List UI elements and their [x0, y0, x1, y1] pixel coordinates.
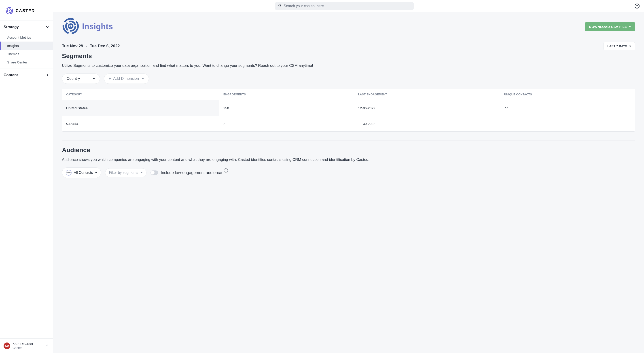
sidebar-section-strategy-title: Strategy [4, 25, 19, 29]
audience-heading: Audience [62, 147, 635, 154]
plus-icon: + [109, 76, 111, 81]
cell-last-engagement: 12-06-2022 [354, 100, 500, 116]
brand-name: CASTED [16, 8, 35, 13]
search-icon [278, 4, 282, 8]
dimension-selected-label: Country [67, 76, 80, 81]
caret-down-icon [142, 78, 144, 79]
table-row[interactable]: United States 250 12-06-2022 77 [62, 100, 635, 116]
contacts-filter-label: All Contacts [74, 171, 93, 175]
segments-table-header: CATEGORY ENGAGEMENTS LAST ENGAGEMENT UNI… [62, 89, 635, 100]
date-range-display: Tue Nov 29 - Tue Dec 6, 2022 [62, 44, 120, 48]
cell-category: United States [62, 100, 219, 116]
dimension-dropdown[interactable]: Country [62, 73, 100, 84]
segments-description: Utilize Segments to customize your data … [62, 63, 635, 69]
sidebar-section-content-header[interactable]: Content [0, 69, 53, 81]
cell-unique-contacts: 1 [500, 116, 635, 131]
main: ? Insights D [53, 0, 644, 353]
gauge-icon: 100% [66, 170, 72, 176]
topbar: ? [53, 0, 644, 12]
sidebar-item-insights[interactable]: Insights [0, 41, 53, 50]
col-last-engagement: LAST ENGAGEMENT [354, 89, 500, 100]
cell-last-engagement: 11-30-2022 [354, 116, 500, 131]
download-csv-button[interactable]: DOWNLOAD CSV FILE [585, 22, 635, 31]
svg-point-2 [9, 10, 10, 11]
caret-down-icon [629, 26, 631, 27]
svg-line-4 [280, 6, 281, 7]
insights-logo-icon [62, 17, 80, 36]
caret-down-icon [92, 78, 95, 79]
date-range-dash: - [86, 44, 87, 48]
sidebar-section-strategy-header[interactable]: Strategy [0, 21, 53, 33]
info-icon[interactable]: i [224, 168, 228, 172]
chevron-up-icon [46, 344, 49, 348]
col-engagements: ENGAGEMENTS [219, 89, 354, 100]
chevron-right-icon [46, 73, 49, 77]
contacts-filter-dropdown[interactable]: 100% All Contacts [62, 167, 101, 178]
low-engagement-label: Include low-engagement audience [161, 170, 222, 175]
date-range-start: Tue Nov 29 [62, 44, 83, 48]
cell-engagements: 250 [219, 100, 354, 116]
sidebar-section-strategy: Strategy Account Metrics Insights Themes… [0, 20, 53, 69]
table-row[interactable]: Canada 2 11-30-2022 1 [62, 116, 635, 131]
cell-engagements: 2 [219, 116, 354, 131]
avatar: KD [4, 343, 10, 349]
cell-unique-contacts: 77 [500, 100, 635, 116]
add-dimension-label: Add Dimension [113, 76, 139, 81]
svg-rect-9 [70, 25, 71, 27]
user-org: Casted [12, 346, 33, 350]
cell-category: Canada [62, 116, 219, 131]
segment-filter-placeholder: Filter by segments [109, 171, 138, 175]
brand-logo-icon [5, 7, 14, 15]
date-range-end: Tue Dec 6, 2022 [90, 44, 120, 48]
sidebar-section-content-title: Content [4, 73, 18, 77]
segment-filter-dropdown[interactable]: Filter by segments [105, 168, 146, 177]
sidebar: CASTED Strategy Account Metrics Insights… [0, 0, 53, 353]
search-field[interactable] [275, 2, 414, 10]
sidebar-item-account-metrics[interactable]: Account Metrics [0, 33, 53, 41]
caret-down-icon [95, 172, 97, 173]
sidebar-user[interactable]: KD Kate DeGroot Casted [0, 339, 53, 353]
download-csv-label: DOWNLOAD CSV FILE [589, 25, 627, 28]
low-engagement-toggle[interactable] [150, 170, 158, 175]
page-title: Insights [82, 22, 113, 31]
help-button[interactable]: ? [634, 3, 640, 8]
sidebar-item-share-center[interactable]: Share Center [0, 58, 53, 66]
add-dimension-button[interactable]: + Add Dimension [104, 73, 149, 84]
user-name: Kate DeGroot [12, 342, 33, 346]
chevron-down-icon [46, 25, 49, 29]
caret-down-icon [629, 45, 631, 47]
svg-point-8 [70, 24, 71, 25]
search-input[interactable] [284, 4, 410, 8]
sidebar-item-themes[interactable]: Themes [0, 50, 53, 58]
date-range-preset-label: LAST 7 DAYS [607, 44, 627, 48]
col-category: CATEGORY [62, 89, 219, 100]
caret-down-icon [140, 172, 143, 173]
col-unique-contacts: UNIQUE CONTACTS [500, 89, 635, 100]
audience-description: Audience shows you which companies are e… [62, 157, 635, 163]
brand-logo[interactable]: CASTED [0, 0, 53, 20]
date-range-preset-dropdown[interactable]: LAST 7 DAYS [604, 42, 635, 50]
segments-table: CATEGORY ENGAGEMENTS LAST ENGAGEMENT UNI… [62, 89, 635, 132]
segments-heading: Segments [62, 52, 635, 60]
sidebar-section-content: Content [0, 69, 53, 81]
